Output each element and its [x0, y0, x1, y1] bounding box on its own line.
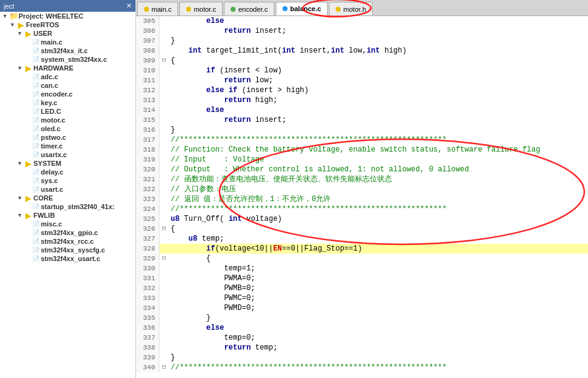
- sidebar-item-fwlib[interactable]: ▼▶FWLIB: [0, 211, 135, 220]
- code-content: else: [168, 105, 224, 115]
- sidebar-item-delay_c[interactable]: 📄delay.c: [0, 168, 135, 176]
- sidebar-item-label: system_stm32f4xx.c: [41, 56, 107, 63]
- sidebar-item-label: oled.c: [41, 125, 61, 132]
- code-area[interactable]: 305 else 306 return insert; 307 } 308 in…: [136, 16, 588, 378]
- code-content: else: [168, 16, 224, 26]
- expand-icon: ▼: [1, 12, 9, 20]
- line-number: 316: [136, 125, 160, 135]
- code-line: 306 return insert;: [136, 26, 588, 36]
- line-number: 318: [136, 145, 160, 155]
- sidebar-item-usartx_c[interactable]: 📄usartx.c: [0, 150, 135, 159]
- code-line: 317 //**********************************…: [136, 135, 588, 145]
- sidebar-item-core[interactable]: ▼▶CORE: [0, 194, 135, 202]
- file-icon: 📄: [31, 151, 41, 158]
- code-content: return low;: [168, 75, 273, 85]
- tab-motor_h[interactable]: motor.h: [329, 2, 373, 15]
- line-number: 327: [136, 234, 160, 244]
- code-content: PWMA=0;: [168, 273, 255, 283]
- file-icon: 📄: [31, 125, 41, 132]
- sidebar-item-can_c[interactable]: 📄can.c: [0, 81, 135, 90]
- tab-label: encoder.c: [238, 6, 268, 13]
- sidebar-item-label: motor.c: [41, 116, 66, 124]
- sidebar-item-user[interactable]: ▼▶USER: [0, 29, 135, 38]
- tab-motor_c[interactable]: motor.c: [179, 2, 223, 15]
- expand-icon: [23, 82, 31, 89]
- code-line: 321 // 函数功能：查查电池电压、使能开关状态、软件失能标志位状态: [136, 174, 588, 184]
- expand-icon: ▼: [16, 30, 23, 37]
- expand-icon: [23, 134, 31, 141]
- sidebar-item-stm32f4xx_rcc_c[interactable]: 📄stm32f4xx_rcc.c: [0, 237, 135, 246]
- sidebar-item-adc_c[interactable]: 📄adc.c: [0, 72, 135, 81]
- sidebar-item-stm32f4xx_it_c[interactable]: 📄stm32f4xx_it.c: [0, 46, 135, 55]
- sidebar-item-project[interactable]: ▼📁Project: WHEELTEC: [0, 12, 135, 20]
- expand-icon: [23, 229, 31, 236]
- sidebar-title: ject: [4, 2, 14, 10]
- file-icon: 📄: [31, 116, 41, 124]
- fold-icon[interactable]: ⊟: [160, 254, 168, 264]
- file-icon: 📄: [31, 229, 41, 236]
- code-content: }: [168, 353, 175, 363]
- expand-icon: [23, 203, 31, 210]
- code-content: u8 Turn_Off( int voltage): [168, 214, 282, 224]
- sidebar-item-usart_c[interactable]: 📄usart.c: [0, 185, 135, 194]
- sidebar-item-main_c[interactable]: 📄main.c: [0, 38, 135, 46]
- file-icon: 📄: [31, 108, 41, 115]
- line-number: 329: [136, 254, 160, 264]
- folder-icon: ▶: [23, 30, 33, 37]
- sidebar-item-hardware[interactable]: ▼▶HARDWARE: [0, 64, 135, 72]
- expand-icon: [23, 116, 31, 124]
- folder-icon: ▶: [23, 194, 33, 202]
- sidebar-close-icon[interactable]: ✕: [126, 2, 132, 10]
- expand-icon: [23, 125, 31, 132]
- sidebar-item-startup_stm32f40[interactable]: 📄startup_stm32f40_41x:: [0, 202, 135, 211]
- tab-main_c[interactable]: main.c: [137, 2, 178, 15]
- line-number: 309: [136, 56, 160, 66]
- sidebar-item-motor_c[interactable]: 📄motor.c: [0, 116, 135, 124]
- code-line: 305 else: [136, 16, 588, 26]
- sidebar-item-stm32f4xx_usart_c[interactable]: 📄stm32f4xx_usart.c: [0, 254, 135, 263]
- sidebar-item-encoder_c[interactable]: 📄encoder.c: [0, 90, 135, 98]
- sidebar-item-led_c[interactable]: 📄LED.C: [0, 107, 135, 116]
- sidebar-item-key_c[interactable]: 📄key.c: [0, 98, 135, 107]
- sidebar-item-system[interactable]: ▼▶SYSTEM: [0, 159, 135, 168]
- code-line: 322 // 入口参数：电压: [136, 184, 588, 194]
- expand-icon: [23, 90, 31, 98]
- code-content: //**************************************…: [168, 204, 446, 214]
- line-number: 340: [136, 363, 160, 372]
- sidebar-item-stm32f4xx_syscfg_c[interactable]: 📄stm32f4xx_syscfg.c: [0, 246, 135, 254]
- file-icon: 📄: [31, 168, 41, 176]
- line-number: 326: [136, 224, 160, 234]
- sidebar-item-label: can.c: [41, 82, 58, 89]
- tab-encoder_c[interactable]: encoder.c: [224, 2, 275, 15]
- file-icon: 📄: [31, 99, 41, 106]
- fold-icon[interactable]: ⊟: [160, 224, 168, 234]
- tab-balance_c[interactable]: balance.c: [276, 2, 328, 15]
- code-line: 326 ⊟ {: [136, 224, 588, 234]
- fold-icon[interactable]: ⊟: [160, 363, 168, 372]
- sidebar-item-pstwo_c[interactable]: 📄pstwo.c: [0, 133, 135, 142]
- code-content: {: [168, 254, 211, 264]
- sidebar-item-sys_c[interactable]: 📄sys.c: [0, 176, 135, 185]
- expand-icon: [23, 56, 31, 63]
- line-number: 338: [136, 343, 160, 353]
- sidebar-item-stm32f4xx_gpio_c[interactable]: 📄stm32f4xx_gpio.c: [0, 228, 135, 237]
- code-content: else: [168, 323, 224, 333]
- line-number: 312: [136, 85, 160, 95]
- fold-icon[interactable]: ⊟: [160, 56, 168, 66]
- expand-icon: [23, 47, 31, 54]
- sidebar-item-label: startup_stm32f40_41x:: [41, 203, 114, 210]
- line-number: 319: [136, 155, 160, 165]
- line-number: 308: [136, 46, 160, 56]
- sidebar-item-label: stm32f4xx_rcc.c: [41, 238, 94, 245]
- file-icon: 📄: [31, 82, 41, 89]
- expand-icon: [23, 73, 31, 80]
- sidebar-item-timer_c[interactable]: 📄timer.c: [0, 142, 135, 150]
- sidebar-item-misc_c[interactable]: 📄misc.c: [0, 220, 135, 228]
- sidebar-item-oled_c[interactable]: 📄oled.c: [0, 124, 135, 133]
- sidebar-item-freertos[interactable]: ▼▶FreeRTOS: [0, 20, 135, 29]
- code-line: 327 u8 temp;: [136, 234, 588, 244]
- code-line: 315 return insert;: [136, 115, 588, 125]
- code-content: }: [168, 36, 175, 46]
- sidebar-item-system_stm32f4xx_c[interactable]: 📄system_stm32f4xx.c: [0, 55, 135, 64]
- expand-icon: [23, 151, 31, 158]
